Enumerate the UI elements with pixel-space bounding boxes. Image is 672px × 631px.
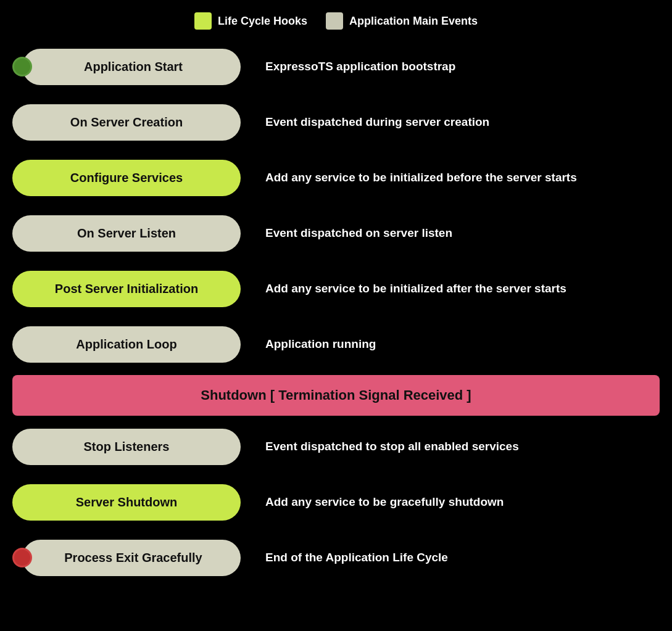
description-application-loop: Application running: [241, 337, 660, 351]
pill-process-exit-gracefully: Process Exit Gracefully: [22, 540, 241, 576]
row-stop-listeners: Stop ListenersEvent dispatched to stop a…: [12, 422, 660, 471]
pill-stop-listeners: Stop Listeners: [12, 429, 241, 465]
pill-post-server-initialization: Post Server Initialization: [12, 271, 241, 307]
pill-container-on-server-creation: On Server Creation: [12, 104, 241, 141]
legend-box-gray: [326, 12, 343, 30]
shutdown-bar: Shutdown [ Termination Signal Received ]: [12, 375, 660, 416]
shutdown-row: Shutdown [ Termination Signal Received ]: [12, 375, 660, 416]
legend-item-events: Application Main Events: [326, 12, 478, 30]
dot-green-application-start: [12, 57, 32, 76]
lifecycle-rows-after: Stop ListenersEvent dispatched to stop a…: [12, 422, 660, 582]
pill-container-application-start: Application Start: [12, 49, 241, 85]
row-application-loop: Application LoopApplication running: [12, 320, 660, 369]
pill-container-stop-listeners: Stop Listeners: [12, 429, 241, 465]
pill-server-shutdown: Server Shutdown: [12, 484, 241, 521]
row-application-start: Application StartExpressoTS application …: [12, 42, 660, 91]
description-server-shutdown: Add any service to be gracefully shutdow…: [241, 495, 660, 509]
row-on-server-listen: On Server ListenEvent dispatched on serv…: [12, 208, 660, 258]
pill-container-configure-services: Configure Services: [12, 160, 241, 196]
pill-configure-services: Configure Services: [12, 160, 241, 196]
pill-on-server-creation: On Server Creation: [12, 104, 241, 141]
row-server-shutdown: Server ShutdownAdd any service to be gra…: [12, 477, 660, 527]
description-configure-services: Add any service to be initialized before…: [241, 171, 660, 184]
pill-container-on-server-listen: On Server Listen: [12, 215, 241, 252]
lifecycle-rows: Application StartExpressoTS application …: [12, 42, 660, 369]
legend: Life Cycle Hooks Application Main Events: [12, 6, 660, 42]
description-application-start: ExpressoTS application bootstrap: [241, 60, 660, 73]
description-post-server-initialization: Add any service to be initialized after …: [241, 282, 660, 295]
legend-label-hooks: Life Cycle Hooks: [218, 15, 307, 28]
legend-item-hooks: Life Cycle Hooks: [194, 12, 307, 30]
pill-application-loop: Application Loop: [12, 326, 241, 363]
row-on-server-creation: On Server CreationEvent dispatched durin…: [12, 97, 660, 147]
row-configure-services: Configure ServicesAdd any service to be …: [12, 153, 660, 202]
dot-red-process-exit-gracefully: [12, 548, 32, 567]
pill-container-process-exit-gracefully: Process Exit Gracefully: [12, 540, 241, 576]
row-process-exit-gracefully: Process Exit GracefullyEnd of the Applic…: [12, 533, 660, 582]
description-on-server-creation: Event dispatched during server creation: [241, 115, 660, 129]
pill-container-server-shutdown: Server Shutdown: [12, 484, 241, 521]
legend-box-green: [194, 12, 212, 30]
pill-container-application-loop: Application Loop: [12, 326, 241, 363]
pill-application-start: Application Start: [22, 49, 241, 85]
pill-container-post-server-initialization: Post Server Initialization: [12, 271, 241, 307]
description-on-server-listen: Event dispatched on server listen: [241, 226, 660, 240]
pill-on-server-listen: On Server Listen: [12, 215, 241, 252]
row-post-server-initialization: Post Server InitializationAdd any servic…: [12, 264, 660, 313]
description-process-exit-gracefully: End of the Application Life Cycle: [241, 551, 660, 564]
description-stop-listeners: Event dispatched to stop all enabled ser…: [241, 440, 660, 453]
legend-label-events: Application Main Events: [349, 15, 478, 28]
